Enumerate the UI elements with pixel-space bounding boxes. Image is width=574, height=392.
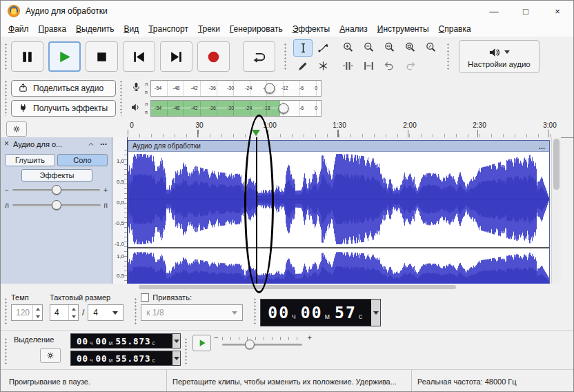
menu-item[interactable]: Инструменты bbox=[373, 23, 434, 35]
playback-speed-slider[interactable]: − + bbox=[217, 335, 308, 351]
multi-tool-button[interactable] bbox=[313, 57, 333, 75]
time-ruler-scale[interactable]: 0 30 1:00 1:30 2:00 2:30 3:00 bbox=[128, 119, 551, 137]
toolbar-grip[interactable] bbox=[253, 297, 257, 325]
audio-clip[interactable]: Аудио для обработки ... bbox=[128, 140, 550, 284]
timeline-ruler[interactable]: 0 30 1:00 1:30 2:00 2:30 3:00 bbox=[1, 119, 573, 138]
menu-item[interactable]: Треки bbox=[193, 23, 225, 35]
menu-item[interactable]: Генерировать bbox=[225, 23, 288, 35]
selection-tool-button[interactable] bbox=[293, 39, 313, 57]
menu-item[interactable]: Файл bbox=[3, 23, 34, 35]
stop-button[interactable] bbox=[86, 41, 118, 72]
toolbar-grip[interactable] bbox=[134, 297, 137, 325]
pause-button[interactable] bbox=[11, 41, 43, 72]
playback-meter-bar[interactable]: -54-48-42-36-30-24-18-12-60 bbox=[150, 100, 321, 117]
menu-item[interactable]: Транспорт bbox=[144, 23, 193, 35]
recording-meter-bar[interactable]: -54-48-42-36-30-24-18-12-60 bbox=[150, 80, 321, 97]
clip-header[interactable]: Аудио для обработки ... bbox=[128, 141, 549, 152]
toolbar-grip[interactable] bbox=[4, 297, 8, 325]
close-button[interactable]: × bbox=[542, 1, 573, 21]
audio-position-display[interactable]: 00 ч 00 м 57 с bbox=[260, 299, 381, 326]
spin-down-button[interactable] bbox=[33, 313, 42, 320]
play-at-speed-button[interactable] bbox=[192, 335, 211, 351]
spin-up-button[interactable] bbox=[69, 305, 78, 313]
gain-slider-thumb[interactable] bbox=[52, 185, 61, 195]
skip-to-start-button[interactable] bbox=[123, 41, 155, 72]
silence-audio-button[interactable] bbox=[359, 57, 378, 75]
pan-slider-thumb[interactable] bbox=[52, 200, 61, 210]
time-signature-upper-input[interactable]: 4 bbox=[50, 304, 79, 321]
tempo-input[interactable]: 120 bbox=[11, 304, 43, 321]
undo-icon bbox=[383, 59, 396, 72]
time-signature-lower-select[interactable]: 4 bbox=[88, 304, 123, 321]
undo-button[interactable] bbox=[379, 57, 399, 75]
menu-item[interactable]: Правка bbox=[34, 23, 72, 35]
clip-menu-button[interactable]: ... bbox=[539, 142, 545, 150]
zoom-selection-button[interactable] bbox=[379, 39, 399, 56]
selection-end-field[interactable]: 00 ч 00 м 55.873 с bbox=[70, 351, 181, 366]
timeline-options-button[interactable] bbox=[6, 121, 27, 137]
maximize-button[interactable]: □ bbox=[510, 1, 542, 21]
zoom-out-button[interactable] bbox=[359, 39, 378, 56]
selection-options-button[interactable] bbox=[40, 348, 61, 363]
mute-button[interactable]: Глушить bbox=[5, 154, 55, 166]
selection-start-field[interactable]: 00 ч 00 м 55.873 с bbox=[70, 333, 181, 349]
spin-up-button[interactable] bbox=[33, 305, 42, 313]
playback-meter[interactable]: л п -54-48-42-36-30-24-18-12-60 bbox=[130, 100, 321, 117]
loop-button[interactable] bbox=[243, 41, 275, 72]
recording-meter[interactable]: л п -54-48-42-36-30-24-18-12-60 bbox=[130, 80, 321, 97]
vertical-scrollbar[interactable] bbox=[551, 137, 561, 284]
skip-to-end-button[interactable] bbox=[160, 41, 192, 72]
zoom-toggle-button[interactable] bbox=[421, 39, 440, 56]
spin-down-button[interactable] bbox=[69, 313, 78, 320]
zoom-fit-project-button[interactable] bbox=[400, 39, 419, 56]
track-name[interactable]: Аудио для о... bbox=[13, 140, 85, 148]
waveform-channel-left[interactable] bbox=[128, 151, 549, 247]
track-collapse-button[interactable] bbox=[87, 140, 95, 150]
record-button[interactable] bbox=[197, 41, 230, 72]
waveform-view[interactable]: Аудио для обработки ... bbox=[128, 137, 551, 284]
redo-button[interactable] bbox=[400, 57, 419, 75]
toolbar-grip[interactable] bbox=[4, 80, 8, 116]
playhead-marker-icon[interactable] bbox=[252, 130, 260, 136]
snap-checkbox[interactable] bbox=[141, 293, 149, 302]
track-menu-button[interactable]: ... bbox=[100, 137, 107, 147]
play-button[interactable] bbox=[48, 41, 81, 72]
menu-item[interactable]: Справка bbox=[434, 23, 476, 35]
track-effects-button[interactable]: Эффекты bbox=[21, 169, 92, 182]
toolbar-grip[interactable] bbox=[446, 43, 450, 70]
status-bar: Проигрывание в паузе. Перетащите клипы, … bbox=[1, 369, 573, 392]
time-format-dropdown[interactable] bbox=[172, 334, 180, 348]
toolbar-grip[interactable] bbox=[119, 80, 123, 116]
menu-item[interactable]: Эффекты bbox=[288, 23, 335, 35]
menu-item[interactable]: Вид bbox=[119, 23, 144, 35]
minimize-button[interactable]: — bbox=[478, 1, 510, 21]
horizontal-scrollbar-thumb[interactable] bbox=[139, 285, 456, 289]
toolbar-grip[interactable] bbox=[284, 43, 287, 70]
time-format-dropdown[interactable] bbox=[172, 351, 180, 365]
gain-slider[interactable]: − + bbox=[5, 184, 108, 195]
get-effects-button[interactable]: Получить эффекты bbox=[11, 100, 116, 117]
track-close-button[interactable]: × bbox=[4, 139, 9, 148]
waveform-channel-right[interactable] bbox=[128, 249, 549, 284]
recording-volume-knob[interactable] bbox=[265, 83, 275, 93]
toolbar-grip[interactable] bbox=[184, 337, 188, 365]
share-audio-button[interactable]: Поделиться аудио bbox=[11, 80, 116, 97]
draw-tool-button[interactable] bbox=[293, 57, 313, 75]
playback-volume-knob[interactable] bbox=[278, 103, 288, 113]
envelope-tool-button[interactable] bbox=[313, 39, 333, 57]
pan-slider[interactable]: л п bbox=[5, 199, 108, 210]
vertical-scrollbar-thumb[interactable] bbox=[553, 139, 560, 190]
solo-button[interactable]: Соло bbox=[57, 154, 108, 166]
audio-setup-button[interactable]: Настройки аудио bbox=[459, 40, 540, 73]
trim-audio-button[interactable] bbox=[338, 57, 357, 75]
snap-interval-select[interactable]: к 1/8 bbox=[141, 304, 243, 321]
speed-slider-thumb[interactable] bbox=[245, 340, 255, 349]
toolbar-grip[interactable] bbox=[4, 43, 8, 70]
toolbar-grip[interactable] bbox=[4, 337, 8, 365]
chevron-down-icon bbox=[112, 311, 118, 315]
time-format-dropdown[interactable] bbox=[371, 300, 380, 326]
menu-item[interactable]: Анализ bbox=[335, 23, 373, 35]
menu-item[interactable]: Выделить bbox=[71, 23, 119, 35]
vertical-scale-ruler[interactable]: 1,0 0,5 0,0 -0,5 -1,0 1,0 0,5 bbox=[112, 137, 128, 284]
zoom-in-button[interactable] bbox=[338, 39, 357, 56]
